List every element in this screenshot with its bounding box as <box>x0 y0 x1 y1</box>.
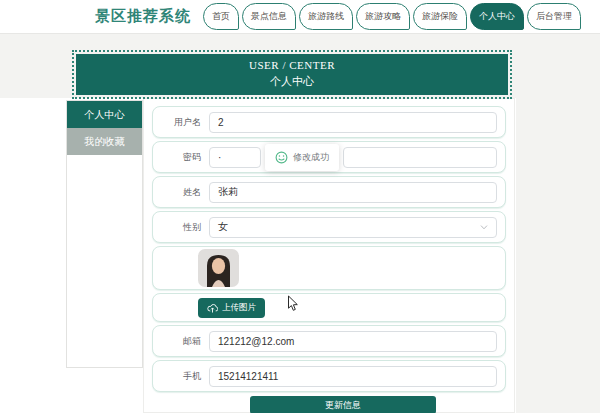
tab-scenic-info[interactable]: 景点信息 <box>242 3 296 30</box>
name-label: 姓名 <box>161 186 201 199</box>
gender-label: 性别 <box>161 221 201 234</box>
gender-select[interactable]: 女 <box>209 217 497 238</box>
password-input[interactable] <box>209 147 261 168</box>
name-row: 姓名 <box>152 176 506 208</box>
sidebar-item-user-center[interactable]: 个人中心 <box>67 101 142 128</box>
email-label: 邮箱 <box>161 335 201 348</box>
username-input[interactable] <box>209 112 497 133</box>
username-label: 用户名 <box>161 116 201 129</box>
toast-message: 修改成功 <box>293 151 329 164</box>
gender-row: 性别 女 <box>152 211 506 243</box>
page-banner: USER / CENTER 个人中心 <box>72 50 512 99</box>
banner-title-en: USER / CENTER <box>76 59 508 71</box>
tab-travel-route[interactable]: 旅游路线 <box>299 3 353 30</box>
tab-travel-guide[interactable]: 旅游攻略 <box>356 3 410 30</box>
avatar-row <box>152 246 506 290</box>
banner-fill: USER / CENTER 个人中心 <box>76 54 508 95</box>
username-row: 用户名 <box>152 106 506 138</box>
upload-image-button[interactable]: 上传图片 <box>198 298 265 318</box>
tab-admin[interactable]: 后台管理 <box>527 3 581 30</box>
upload-row: 上传图片 <box>152 293 506 322</box>
user-avatar[interactable] <box>198 249 239 287</box>
tab-home[interactable]: 首页 <box>203 3 239 30</box>
profile-form-panel: 用户名 密码 修改成功 姓名 性别 女 <box>143 98 515 413</box>
nav-tabs: 首页 景点信息 旅游路线 旅游攻略 旅游保险 个人中心 后台管理 <box>203 3 581 30</box>
update-info-button[interactable]: 更新信息 <box>250 396 436 413</box>
password-label: 密码 <box>161 151 201 164</box>
sidebar-item-favorites[interactable]: 我的收藏 <box>67 128 142 155</box>
name-input[interactable] <box>209 182 497 203</box>
tab-travel-insurance[interactable]: 旅游保险 <box>413 3 467 30</box>
app-title: 景区推荐系统 <box>95 7 191 26</box>
phone-input[interactable] <box>209 366 497 387</box>
tab-user-center[interactable]: 个人中心 <box>470 3 524 30</box>
success-toast: 修改成功 <box>265 144 339 171</box>
password-row: 密码 修改成功 <box>152 141 506 173</box>
upload-cloud-icon <box>207 303 218 313</box>
email-row: 邮箱 <box>152 325 506 357</box>
top-navigation-bar: 景区推荐系统 首页 景点信息 旅游路线 旅游攻略 旅游保险 个人中心 后台管理 <box>0 0 600 34</box>
phone-label: 手机 <box>161 370 201 383</box>
sidebar: 个人中心 我的收藏 <box>66 100 143 368</box>
smiley-face-icon <box>275 151 288 164</box>
password-confirm-input[interactable] <box>343 147 497 168</box>
email-input[interactable] <box>209 331 497 352</box>
banner-title-zh: 个人中心 <box>76 74 508 89</box>
upload-button-label: 上传图片 <box>222 302 256 314</box>
gender-selected-value: 女 <box>218 220 228 234</box>
chevron-down-icon <box>480 225 488 230</box>
phone-row: 手机 <box>152 360 506 392</box>
